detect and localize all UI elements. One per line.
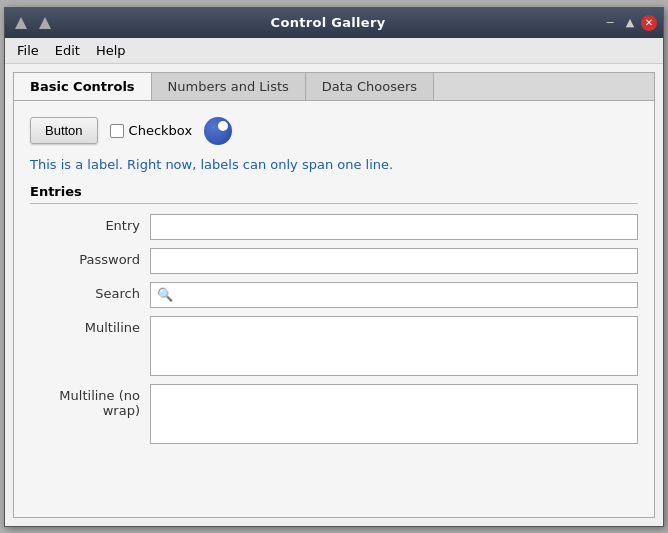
minimize-button[interactable]: − xyxy=(601,14,619,32)
info-label: This is a label. Right now, labels can o… xyxy=(30,157,638,172)
search-row: Search 🔍 xyxy=(30,282,638,308)
main-window: Control Gallery − ▲ ✕ File Edit Help Bas… xyxy=(4,7,664,527)
tab-bar: Basic Controls Numbers and Lists Data Ch… xyxy=(13,72,655,100)
search-label: Search xyxy=(30,282,150,301)
controls-row: Button Checkbox xyxy=(30,117,638,145)
tab-data-choosers[interactable]: Data Choosers xyxy=(306,73,434,100)
checkbox-container[interactable]: Checkbox xyxy=(110,123,193,138)
svg-marker-1 xyxy=(39,17,51,29)
entry-row: Entry xyxy=(30,214,638,240)
maximize-button[interactable]: ▲ xyxy=(621,14,639,32)
svg-marker-0 xyxy=(15,17,27,29)
password-label: Password xyxy=(30,248,150,267)
password-input[interactable] xyxy=(150,248,638,274)
checkbox-label: Checkbox xyxy=(129,123,193,138)
menu-file[interactable]: File xyxy=(9,40,47,61)
close-button[interactable]: ✕ xyxy=(641,15,657,31)
spinner-icon[interactable] xyxy=(204,117,232,145)
multiline-nowrap-row: Multiline (no wrap) xyxy=(30,384,638,444)
checkbox-input[interactable] xyxy=(110,124,124,138)
content-area: Basic Controls Numbers and Lists Data Ch… xyxy=(5,64,663,526)
search-icon: 🔍 xyxy=(157,287,173,302)
search-wrapper: 🔍 xyxy=(150,282,638,308)
window-icon-up xyxy=(35,13,55,33)
search-input[interactable] xyxy=(177,287,631,302)
titlebar-controls: − ▲ ✕ xyxy=(601,14,657,32)
entry-label: Entry xyxy=(30,214,150,233)
button-control[interactable]: Button xyxy=(30,117,98,144)
window-title: Control Gallery xyxy=(55,15,601,30)
tab-numbers-lists[interactable]: Numbers and Lists xyxy=(152,73,306,100)
entry-input[interactable] xyxy=(150,214,638,240)
multiline-nowrap-label: Multiline (no wrap) xyxy=(30,384,150,418)
titlebar-left-icons xyxy=(11,13,55,33)
password-row: Password xyxy=(30,248,638,274)
entries-title: Entries xyxy=(30,184,638,204)
multiline-row: Multiline xyxy=(30,316,638,376)
multiline-nowrap-input[interactable] xyxy=(150,384,638,444)
menubar: File Edit Help xyxy=(5,38,663,64)
titlebar: Control Gallery − ▲ ✕ xyxy=(5,8,663,38)
tab-basic-controls[interactable]: Basic Controls xyxy=(14,73,152,101)
multiline-label: Multiline xyxy=(30,316,150,335)
tab-content-basic-controls: Button Checkbox This is a label. Right n… xyxy=(13,100,655,518)
menu-edit[interactable]: Edit xyxy=(47,40,88,61)
multiline-input[interactable] xyxy=(150,316,638,376)
menu-help[interactable]: Help xyxy=(88,40,134,61)
entries-section: Entries Entry Password Search 🔍 xyxy=(30,184,638,444)
window-icon-left xyxy=(11,13,31,33)
